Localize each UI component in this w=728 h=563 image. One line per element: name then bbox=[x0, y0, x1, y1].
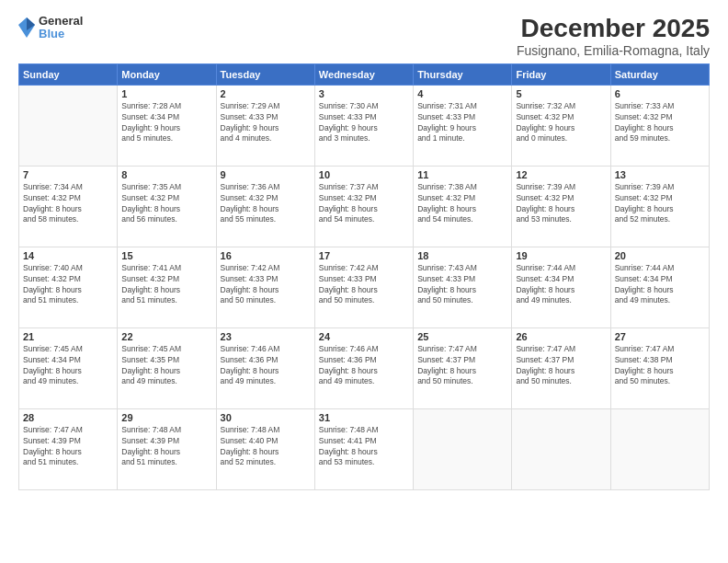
calendar-cell: 5Sunrise: 7:32 AM Sunset: 4:32 PM Daylig… bbox=[512, 85, 610, 166]
day-detail: Sunrise: 7:32 AM Sunset: 4:32 PM Dayligh… bbox=[516, 101, 606, 145]
day-detail: Sunrise: 7:37 AM Sunset: 4:32 PM Dayligh… bbox=[319, 182, 409, 226]
calendar-cell: 14Sunrise: 7:40 AM Sunset: 4:32 PM Dayli… bbox=[19, 247, 118, 327]
calendar-cell: 31Sunrise: 7:48 AM Sunset: 4:41 PM Dayli… bbox=[314, 408, 413, 489]
day-number: 16 bbox=[221, 250, 311, 261]
day-detail: Sunrise: 7:47 AM Sunset: 4:38 PM Dayligh… bbox=[615, 344, 705, 388]
calendar-cell: 15Sunrise: 7:41 AM Sunset: 4:32 PM Dayli… bbox=[118, 247, 216, 327]
calendar-cell bbox=[19, 85, 118, 166]
day-number: 5 bbox=[516, 88, 606, 99]
logo-blue-text: Blue bbox=[39, 28, 83, 40]
col-saturday: Saturday bbox=[610, 63, 709, 85]
calendar-cell: 9Sunrise: 7:36 AM Sunset: 4:32 PM Daylig… bbox=[216, 166, 314, 247]
day-detail: Sunrise: 7:44 AM Sunset: 4:34 PM Dayligh… bbox=[516, 263, 606, 307]
calendar-cell: 7Sunrise: 7:34 AM Sunset: 4:32 PM Daylig… bbox=[19, 166, 118, 247]
calendar-cell: 27Sunrise: 7:47 AM Sunset: 4:38 PM Dayli… bbox=[610, 327, 709, 408]
day-number: 2 bbox=[221, 88, 311, 99]
week-row-2: 14Sunrise: 7:40 AM Sunset: 4:32 PM Dayli… bbox=[19, 247, 710, 327]
col-thursday: Thursday bbox=[414, 63, 512, 85]
calendar-cell: 2Sunrise: 7:29 AM Sunset: 4:33 PM Daylig… bbox=[216, 85, 314, 166]
calendar-cell: 23Sunrise: 7:46 AM Sunset: 4:36 PM Dayli… bbox=[216, 327, 314, 408]
subtitle: Fusignano, Emilia-Romagna, Italy bbox=[517, 43, 710, 58]
main-title: December 2025 bbox=[517, 15, 710, 43]
day-detail: Sunrise: 7:47 AM Sunset: 4:37 PM Dayligh… bbox=[516, 344, 606, 388]
col-tuesday: Tuesday bbox=[216, 63, 314, 85]
logo-text: General Blue bbox=[39, 15, 83, 41]
day-number: 3 bbox=[319, 88, 409, 99]
page: General Blue December 2025 Fusignano, Em… bbox=[0, 0, 728, 563]
calendar-cell: 8Sunrise: 7:35 AM Sunset: 4:32 PM Daylig… bbox=[118, 166, 216, 247]
day-detail: Sunrise: 7:43 AM Sunset: 4:33 PM Dayligh… bbox=[417, 263, 507, 307]
week-row-1: 7Sunrise: 7:34 AM Sunset: 4:32 PM Daylig… bbox=[19, 166, 710, 247]
day-number: 13 bbox=[615, 169, 705, 180]
day-detail: Sunrise: 7:33 AM Sunset: 4:32 PM Dayligh… bbox=[615, 101, 705, 145]
day-number: 30 bbox=[221, 412, 311, 423]
calendar-cell bbox=[512, 408, 610, 489]
day-number: 31 bbox=[319, 412, 409, 423]
day-detail: Sunrise: 7:36 AM Sunset: 4:32 PM Dayligh… bbox=[221, 182, 311, 226]
day-detail: Sunrise: 7:42 AM Sunset: 4:33 PM Dayligh… bbox=[221, 263, 311, 307]
day-number: 29 bbox=[121, 412, 211, 423]
day-number: 9 bbox=[221, 169, 311, 180]
header: General Blue December 2025 Fusignano, Em… bbox=[18, 15, 710, 58]
day-detail: Sunrise: 7:44 AM Sunset: 4:34 PM Dayligh… bbox=[615, 263, 705, 307]
day-detail: Sunrise: 7:31 AM Sunset: 4:33 PM Dayligh… bbox=[417, 101, 507, 145]
day-detail: Sunrise: 7:29 AM Sunset: 4:33 PM Dayligh… bbox=[221, 101, 311, 145]
col-sunday: Sunday bbox=[19, 63, 118, 85]
day-detail: Sunrise: 7:42 AM Sunset: 4:33 PM Dayligh… bbox=[319, 263, 409, 307]
calendar-cell: 26Sunrise: 7:47 AM Sunset: 4:37 PM Dayli… bbox=[512, 327, 610, 408]
day-detail: Sunrise: 7:45 AM Sunset: 4:35 PM Dayligh… bbox=[121, 344, 211, 388]
calendar-cell: 3Sunrise: 7:30 AM Sunset: 4:33 PM Daylig… bbox=[314, 85, 413, 166]
week-row-4: 28Sunrise: 7:47 AM Sunset: 4:39 PM Dayli… bbox=[19, 408, 710, 489]
calendar-cell: 1Sunrise: 7:28 AM Sunset: 4:34 PM Daylig… bbox=[118, 85, 216, 166]
day-number: 25 bbox=[417, 331, 507, 342]
logo-icon bbox=[18, 17, 35, 38]
day-detail: Sunrise: 7:48 AM Sunset: 4:39 PM Dayligh… bbox=[121, 425, 211, 469]
day-detail: Sunrise: 7:41 AM Sunset: 4:32 PM Dayligh… bbox=[121, 263, 211, 307]
day-number: 17 bbox=[319, 250, 409, 261]
day-detail: Sunrise: 7:47 AM Sunset: 4:39 PM Dayligh… bbox=[23, 425, 113, 469]
day-number: 7 bbox=[23, 169, 113, 180]
calendar-cell: 19Sunrise: 7:44 AM Sunset: 4:34 PM Dayli… bbox=[512, 247, 610, 327]
day-number: 19 bbox=[516, 250, 606, 261]
day-number: 1 bbox=[121, 88, 211, 99]
day-detail: Sunrise: 7:47 AM Sunset: 4:37 PM Dayligh… bbox=[417, 344, 507, 388]
calendar-cell: 17Sunrise: 7:42 AM Sunset: 4:33 PM Dayli… bbox=[314, 247, 413, 327]
calendar-table: Sunday Monday Tuesday Wednesday Thursday… bbox=[18, 63, 710, 490]
logo: General Blue bbox=[18, 15, 83, 41]
day-number: 24 bbox=[319, 331, 409, 342]
calendar-cell: 10Sunrise: 7:37 AM Sunset: 4:32 PM Dayli… bbox=[314, 166, 413, 247]
day-number: 11 bbox=[417, 169, 507, 180]
day-number: 23 bbox=[221, 331, 311, 342]
day-number: 12 bbox=[516, 169, 606, 180]
day-number: 20 bbox=[615, 250, 705, 261]
calendar-cell bbox=[414, 408, 512, 489]
col-monday: Monday bbox=[118, 63, 216, 85]
calendar-cell: 28Sunrise: 7:47 AM Sunset: 4:39 PM Dayli… bbox=[19, 408, 118, 489]
day-number: 21 bbox=[23, 331, 113, 342]
calendar-cell: 25Sunrise: 7:47 AM Sunset: 4:37 PM Dayli… bbox=[414, 327, 512, 408]
day-detail: Sunrise: 7:48 AM Sunset: 4:41 PM Dayligh… bbox=[319, 425, 409, 469]
day-detail: Sunrise: 7:46 AM Sunset: 4:36 PM Dayligh… bbox=[319, 344, 409, 388]
day-detail: Sunrise: 7:45 AM Sunset: 4:34 PM Dayligh… bbox=[23, 344, 113, 388]
day-number: 14 bbox=[23, 250, 113, 261]
day-detail: Sunrise: 7:34 AM Sunset: 4:32 PM Dayligh… bbox=[23, 182, 113, 226]
logo-general-text: General bbox=[39, 15, 83, 28]
calendar-cell: 16Sunrise: 7:42 AM Sunset: 4:33 PM Dayli… bbox=[216, 247, 314, 327]
week-row-3: 21Sunrise: 7:45 AM Sunset: 4:34 PM Dayli… bbox=[19, 327, 710, 408]
calendar-cell bbox=[610, 408, 709, 489]
day-detail: Sunrise: 7:46 AM Sunset: 4:36 PM Dayligh… bbox=[221, 344, 311, 388]
day-number: 22 bbox=[121, 331, 211, 342]
calendar-cell: 22Sunrise: 7:45 AM Sunset: 4:35 PM Dayli… bbox=[118, 327, 216, 408]
day-number: 10 bbox=[319, 169, 409, 180]
day-number: 18 bbox=[417, 250, 507, 261]
calendar-cell: 6Sunrise: 7:33 AM Sunset: 4:32 PM Daylig… bbox=[610, 85, 709, 166]
day-number: 28 bbox=[23, 412, 113, 423]
day-number: 8 bbox=[121, 169, 211, 180]
day-number: 4 bbox=[417, 88, 507, 99]
day-number: 15 bbox=[121, 250, 211, 261]
calendar-cell: 18Sunrise: 7:43 AM Sunset: 4:33 PM Dayli… bbox=[414, 247, 512, 327]
calendar-cell: 20Sunrise: 7:44 AM Sunset: 4:34 PM Dayli… bbox=[610, 247, 709, 327]
calendar-cell: 11Sunrise: 7:38 AM Sunset: 4:32 PM Dayli… bbox=[414, 166, 512, 247]
day-detail: Sunrise: 7:39 AM Sunset: 4:32 PM Dayligh… bbox=[516, 182, 606, 226]
day-detail: Sunrise: 7:35 AM Sunset: 4:32 PM Dayligh… bbox=[121, 182, 211, 226]
